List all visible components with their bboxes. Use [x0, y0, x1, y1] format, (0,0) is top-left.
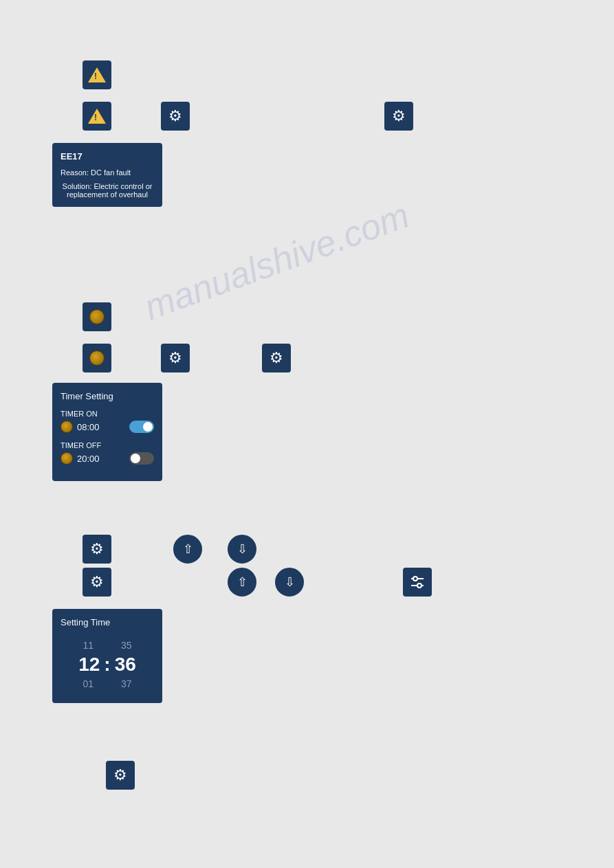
timer-off-toggle[interactable]	[129, 452, 154, 465]
gear-icon-5: ⚙	[90, 540, 104, 558]
down-chevron-icon-1: ⇩	[237, 542, 248, 557]
timer-panel-title: Timer Setting	[61, 391, 154, 401]
clock-button-1[interactable]	[83, 302, 111, 331]
time-panel: Setting Time 11 35 12 : 36 01 37	[52, 609, 162, 703]
minute-prev: 35	[121, 640, 132, 651]
reason-label: Reason:	[61, 168, 89, 177]
gear-button-7[interactable]: ⚙	[106, 761, 135, 790]
gear-button-4[interactable]: ⚙	[262, 344, 291, 372]
time-panel-title: Setting Time	[61, 617, 154, 627]
clock-button-2[interactable]	[83, 344, 111, 372]
gear-icon-7: ⚙	[113, 766, 127, 784]
gear-button-1[interactable]: ⚙	[161, 102, 190, 131]
clock-icon-2	[89, 350, 105, 366]
up-chevron-icon-1: ⇧	[183, 542, 193, 557]
timer-on-label: TIMER ON	[61, 410, 154, 418]
gear-icon-2: ⚙	[392, 107, 406, 125]
down-chevron-icon-2: ⇩	[285, 575, 295, 590]
timer-on-toggle[interactable]	[129, 421, 154, 433]
warning-button-2[interactable]	[83, 102, 111, 131]
solution-label: Solution:	[63, 182, 92, 190]
minute-current: 36	[115, 654, 136, 676]
timer-off-label: TIMER OFF	[61, 441, 154, 449]
warning-button-1[interactable]	[83, 60, 111, 89]
gear-button-2[interactable]: ⚙	[384, 102, 413, 131]
clock-icon-1	[89, 309, 105, 324]
gear-icon-3: ⚙	[168, 349, 182, 367]
gear-button-3[interactable]: ⚙	[161, 344, 190, 372]
gear-icon-1: ⚙	[168, 107, 182, 125]
warning-icon-1	[88, 67, 106, 82]
up-chevron-icon-2: ⇧	[237, 575, 248, 590]
hour-current: 12	[78, 654, 100, 676]
timer-off-value: 20:00	[77, 454, 125, 464]
svg-point-1	[413, 577, 417, 581]
page-container: manualshive.com ⚙ ⚙ EE17 Reason: DC fan …	[0, 0, 614, 868]
watermark: manualshive.com	[139, 194, 415, 329]
error-reason: Reason: DC fan fault	[61, 168, 154, 177]
time-prev-row: 11 35	[83, 640, 131, 651]
error-solution: Solution: Electric control or replacemen…	[61, 182, 154, 199]
reason-text: DC fan fault	[91, 168, 131, 177]
time-display: 11 35 12 : 36 01 37	[61, 634, 154, 695]
hour-prev: 11	[83, 640, 94, 651]
gear-icon-4: ⚙	[270, 349, 283, 367]
gear-icon-6: ⚙	[90, 573, 104, 591]
timer-on-value: 08:00	[77, 422, 125, 432]
gear-button-5[interactable]: ⚙	[83, 535, 111, 564]
timer-on-clock-icon	[61, 421, 73, 433]
minute-next: 37	[121, 678, 132, 689]
timer-on-row: TIMER ON 08:00	[61, 410, 154, 433]
time-next-row: 01 37	[83, 678, 131, 689]
error-code: EE17	[61, 151, 154, 162]
gear-button-6[interactable]: ⚙	[83, 568, 111, 597]
timer-off-row: TIMER OFF 20:00	[61, 441, 154, 465]
down-chevron-button-2[interactable]: ⇩	[275, 568, 304, 597]
timer-panel: Timer Setting TIMER ON 08:00 TIMER OFF 2…	[52, 383, 162, 481]
svg-point-3	[417, 583, 421, 588]
sliders-button[interactable]	[403, 568, 432, 597]
time-colon: :	[104, 654, 110, 676]
up-chevron-button-1[interactable]: ⇧	[173, 535, 202, 564]
warning-icon-2	[88, 109, 106, 124]
up-chevron-button-2[interactable]: ⇧	[228, 568, 256, 597]
error-panel: EE17 Reason: DC fan fault Solution: Elec…	[52, 143, 162, 207]
down-chevron-button-1[interactable]: ⇩	[228, 535, 256, 564]
sliders-icon	[408, 573, 426, 591]
time-current-row: 12 : 36	[78, 654, 136, 676]
hour-next: 01	[83, 678, 94, 689]
timer-off-clock-icon	[61, 452, 73, 465]
